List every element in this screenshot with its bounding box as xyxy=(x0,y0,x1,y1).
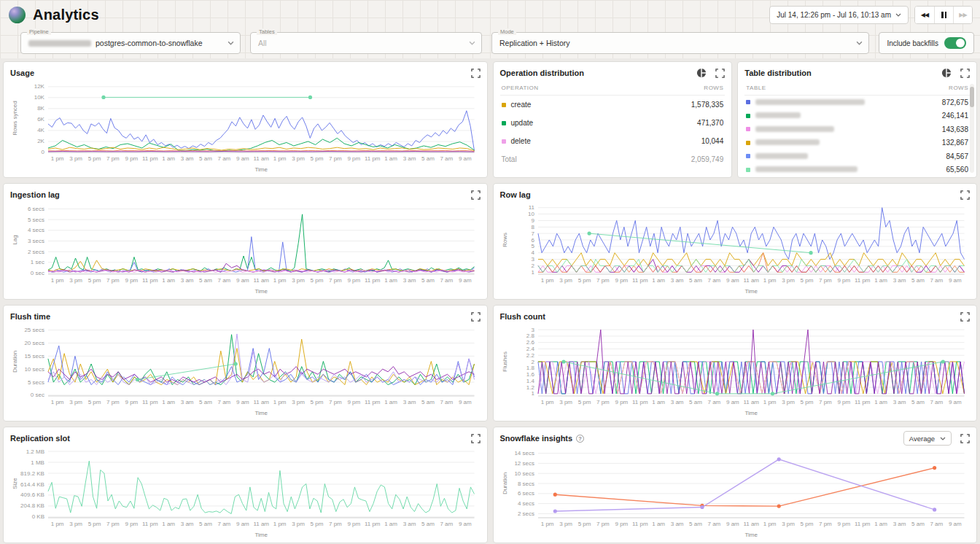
svg-text:2.6: 2.6 xyxy=(526,339,534,346)
tables-select[interactable]: Tables All xyxy=(250,32,482,54)
operation-table-header: OPERATION ROWS xyxy=(500,79,726,96)
svg-text:7 pm: 7 pm xyxy=(329,521,342,527)
usage-chart: 02K4K6K8K10K12K1 pm3 pm5 pm7 pm9 pm11 pm… xyxy=(10,79,481,173)
svg-text:1: 1 xyxy=(531,269,534,276)
expand-icon[interactable] xyxy=(960,434,970,443)
flush-time-chart: 0 sec5 secs10 secs15 secs20 secs25 secs1… xyxy=(10,322,481,416)
tables-value: All xyxy=(258,39,267,47)
include-backfills-toggle[interactable] xyxy=(944,37,966,49)
svg-text:1 pm: 1 pm xyxy=(763,277,776,284)
pause-button[interactable] xyxy=(934,7,953,23)
table-row: 132,867 xyxy=(744,136,970,150)
svg-text:1 pm: 1 pm xyxy=(540,277,553,284)
svg-text:5 secs: 5 secs xyxy=(28,379,44,386)
svg-text:11 pm: 11 pm xyxy=(142,521,158,527)
svg-text:11 pm: 11 pm xyxy=(631,399,648,405)
svg-text:5 am: 5 am xyxy=(199,521,212,527)
svg-text:3 am: 3 am xyxy=(403,521,416,527)
svg-text:10 secs: 10 secs xyxy=(514,470,534,477)
table-row: 143,638 xyxy=(744,123,970,136)
svg-text:9 am: 9 am xyxy=(948,277,961,284)
svg-text:3 pm: 3 pm xyxy=(559,399,572,405)
rewind-button[interactable]: ◀◀ xyxy=(915,7,934,23)
expand-icon[interactable] xyxy=(960,312,970,322)
card-title-flush-count: Flush count xyxy=(500,312,545,321)
svg-text:5: 5 xyxy=(531,243,534,249)
expand-icon[interactable] xyxy=(471,190,481,200)
svg-text:7 am: 7 am xyxy=(930,399,943,405)
svg-text:3 am: 3 am xyxy=(670,399,683,405)
table-rows-value: 132,867 xyxy=(942,139,968,147)
svg-text:9 am: 9 am xyxy=(459,277,472,284)
header-actions: Jul 14, 12:26 pm - Jul 16, 10:13 am ◀◀ ▶… xyxy=(769,6,973,24)
svg-text:Size: Size xyxy=(12,478,18,489)
svg-text:0 sec: 0 sec xyxy=(31,392,44,398)
pie-chart-icon[interactable] xyxy=(696,68,707,78)
svg-text:5 am: 5 am xyxy=(689,399,702,405)
svg-text:9 pm: 9 pm xyxy=(615,277,628,284)
expand-icon[interactable] xyxy=(471,312,481,322)
svg-text:7 am: 7 am xyxy=(217,277,230,284)
svg-text:5 pm: 5 pm xyxy=(311,155,324,162)
table-rows-value: 246,141 xyxy=(942,112,968,120)
expand-icon[interactable] xyxy=(471,434,481,443)
svg-text:1 sec: 1 sec xyxy=(31,259,44,265)
svg-text:11 am: 11 am xyxy=(743,521,759,527)
svg-text:10 secs: 10 secs xyxy=(24,366,44,373)
aggregate-select[interactable]: Average xyxy=(903,431,952,446)
svg-text:5 am: 5 am xyxy=(911,521,925,527)
scrollbar[interactable] xyxy=(970,84,974,173)
svg-text:7 am: 7 am xyxy=(217,399,230,405)
svg-text:3 pm: 3 pm xyxy=(292,521,305,527)
svg-text:5 pm: 5 pm xyxy=(800,277,813,284)
expand-icon[interactable] xyxy=(471,69,481,78)
mode-select[interactable]: Mode Replication + History xyxy=(491,32,869,54)
svg-text:1 pm: 1 pm xyxy=(273,521,287,527)
svg-text:11 am: 11 am xyxy=(253,155,269,162)
svg-text:1.8: 1.8 xyxy=(526,365,534,371)
svg-text:2: 2 xyxy=(531,263,534,269)
operation-table-rows: create 1,578,335 update 471,370 delete 1… xyxy=(500,96,726,150)
svg-text:Rows synced: Rows synced xyxy=(12,101,18,135)
svg-text:7 pm: 7 pm xyxy=(818,521,831,527)
series-swatch xyxy=(502,139,506,144)
svg-text:5 pm: 5 pm xyxy=(88,521,101,527)
svg-text:11 pm: 11 pm xyxy=(854,521,870,527)
table-distribution-rows: 872,675 246,141 143,638 132,867 84,567 6… xyxy=(744,96,970,178)
help-icon[interactable]: ? xyxy=(576,435,584,443)
svg-text:7 am: 7 am xyxy=(707,521,720,527)
svg-text:7 pm: 7 pm xyxy=(596,521,610,527)
operation-name: create xyxy=(511,101,691,109)
svg-text:1 am: 1 am xyxy=(874,277,887,284)
replication-slot-chart: 0 KB204.8 KB409.6 KB614.4 KB819.2 KB1 MB… xyxy=(10,444,481,538)
svg-text:409.6 KB: 409.6 KB xyxy=(20,491,44,498)
svg-text:1 am: 1 am xyxy=(384,521,397,527)
date-range-picker[interactable]: Jul 14, 12:26 pm - Jul 16, 10:13 am xyxy=(769,6,909,24)
fast-forward-button[interactable]: ▶▶ xyxy=(953,7,972,23)
table-name-redacted xyxy=(755,112,942,120)
pipeline-select[interactable]: Pipeline postgres-common-to-snowflake xyxy=(20,32,241,54)
redacted-pipeline-prefix xyxy=(28,40,91,47)
card-title-flush-time: Flush time xyxy=(10,312,50,321)
series-swatch xyxy=(746,114,750,118)
expand-icon[interactable] xyxy=(960,69,970,78)
scrollbar-thumb[interactable] xyxy=(970,87,974,107)
flush-count-chart: 11.21.41.61.822.22.42.62.831 pm3 pm5 pm7… xyxy=(500,322,971,416)
app-logo-icon xyxy=(9,7,26,23)
pie-chart-icon[interactable] xyxy=(941,68,952,78)
svg-text:Time: Time xyxy=(255,410,268,416)
svg-text:9 am: 9 am xyxy=(948,521,961,527)
svg-text:1 pm: 1 pm xyxy=(540,399,553,405)
expand-icon[interactable] xyxy=(960,190,970,200)
svg-text:0: 0 xyxy=(42,149,45,155)
svg-text:1 pm: 1 pm xyxy=(273,155,287,162)
filter-bar: Pipeline postgres-common-to-snowflake Ta… xyxy=(0,29,980,54)
svg-text:6K: 6K xyxy=(37,116,44,123)
svg-text:3 secs: 3 secs xyxy=(28,238,44,244)
svg-text:5 pm: 5 pm xyxy=(88,277,101,284)
expand-icon[interactable] xyxy=(715,69,725,78)
svg-text:5 pm: 5 pm xyxy=(88,399,101,405)
svg-text:5 pm: 5 pm xyxy=(311,521,324,527)
svg-text:7: 7 xyxy=(531,230,534,237)
flush-time-card: Flush time 0 sec5 secs10 secs15 secs20 s… xyxy=(3,305,488,421)
